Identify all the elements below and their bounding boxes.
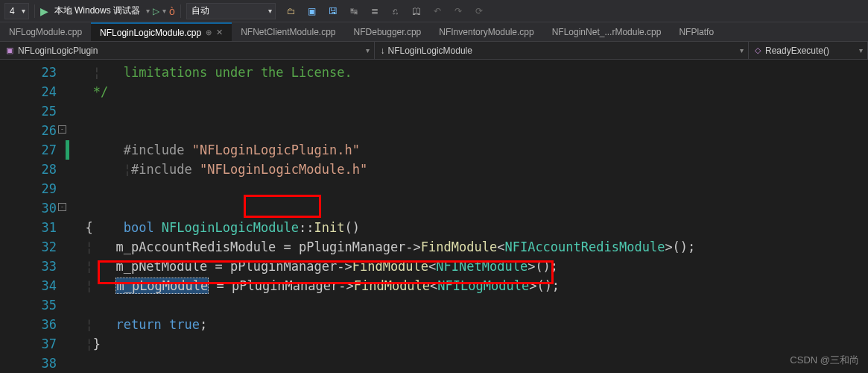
tab-label: NFLogModule.cpp <box>9 27 82 37</box>
tab-bar: NFLogModule.cpp NFLoginLogicModule.cpp ⊕… <box>0 22 868 42</box>
line-number: 38 <box>0 354 70 373</box>
tab-file[interactable]: NFInventoryModule.cpp <box>430 22 542 41</box>
nav-function-dropdown[interactable]: ◇ ReadyExecute() <box>749 42 868 59</box>
bookmark-icon[interactable]: 🕮 <box>408 3 425 19</box>
code-line: { <box>70 218 868 237</box>
code-line: - #include "NFLoginLogicPlugin.h" <box>70 121 868 140</box>
code-line: ¦ m_pNetModule = pPluginManager->FindMod… <box>70 257 868 276</box>
code-line: */ <box>70 82 868 101</box>
toolbar-separator <box>34 4 35 18</box>
fold-minus-icon[interactable]: - <box>58 203 66 211</box>
dropdown-arrow-icon[interactable]: ▾ <box>162 7 166 15</box>
method: FindModule <box>354 278 430 293</box>
brace: } <box>93 336 101 351</box>
method: FindModule <box>421 239 497 254</box>
tab-label: NFPlatfo <box>679 27 714 37</box>
type-name: NFIAccountRedisModule <box>504 239 665 254</box>
line-number: 35 <box>0 295 70 315</box>
nav-function-label: ReadyExecute() <box>765 46 829 56</box>
dropdown-arrow-icon[interactable]: ▾ <box>146 7 150 15</box>
bool-literal: true <box>162 317 200 332</box>
change-bar <box>66 140 69 160</box>
tab-label: NFNetClientModule.cpp <box>241 27 335 37</box>
nav-class-dropdown[interactable]: ↓ NFLoginLogicModule <box>375 42 750 59</box>
cube-icon: ▣ <box>6 46 13 55</box>
selected-variable: m_pLogModule <box>115 278 209 294</box>
nav-back-icon[interactable]: ↶ <box>429 3 446 19</box>
line-number: 25 <box>0 101 70 121</box>
comment-close: */ <box>93 84 108 99</box>
semicolon: ; <box>200 317 207 332</box>
editor-area[interactable]: 23 24 25 26 27 28 29 30 31 32 33 34 35 3… <box>0 60 868 373</box>
line-number: 34 <box>0 276 70 295</box>
toolbar-separator <box>180 4 181 18</box>
tab-file[interactable]: NFDebugger.cpp <box>345 22 431 41</box>
fold-minus-icon[interactable]: - <box>58 125 66 134</box>
tab-file[interactable]: NFLogModule.cpp <box>0 22 91 41</box>
angle-open: < <box>497 239 504 254</box>
line-number: 23 <box>0 63 70 82</box>
config-dropdown-right[interactable]: 自动 <box>186 3 276 19</box>
code-text: m_pNetModule = pPluginManager-> <box>115 259 352 274</box>
tab-label: NFLoginLogicModule.cpp <box>100 28 201 38</box>
tab-file[interactable]: NFNetClientModule.cpp <box>232 22 344 41</box>
function-icon: ◇ <box>755 46 761 55</box>
line-number: 31 <box>0 218 70 237</box>
angle-open: < <box>430 278 437 293</box>
type-name: NFINetModule <box>436 259 528 274</box>
tab-file[interactable]: NFPlatfo <box>670 22 723 41</box>
line-number: 36 <box>0 315 70 334</box>
code-line <box>70 295 868 315</box>
code-line: ¦ return true; <box>70 315 868 334</box>
config-left-label: 4 <box>10 6 15 16</box>
nav-class-label: NFLoginLogicModule <box>388 46 472 56</box>
line-number: 37 <box>0 334 70 354</box>
code-line: ¦ m_pAccountRedisModule = pPluginManager… <box>70 237 868 257</box>
code-line <box>70 179 868 198</box>
code-line <box>70 101 868 121</box>
play-icon[interactable]: ▶ <box>40 5 48 17</box>
tab-file-active[interactable]: NFLoginLogicModule.cpp ⊕ ✕ <box>91 22 232 41</box>
code-line: ¦ limitations under the License. <box>70 63 868 82</box>
debugger-label[interactable]: 本地 Windows 调试器 <box>51 4 143 17</box>
close-icon[interactable]: ✕ <box>216 28 223 37</box>
flame-icon[interactable]: ò <box>169 5 175 17</box>
code-line <box>70 354 868 373</box>
config-right-label: 自动 <box>191 4 209 17</box>
line-gutter: 23 24 25 26 27 28 29 30 31 32 33 34 35 3… <box>0 60 70 373</box>
method: FindModule <box>352 259 428 274</box>
code-line: - bool NFLoginLogicModule::Init() <box>70 198 868 218</box>
config-dropdown-left[interactable]: 4 <box>4 3 29 19</box>
line-number: 28 <box>0 160 70 179</box>
angle-close: >(); <box>665 239 695 254</box>
indent-icon[interactable]: ↹ <box>346 3 362 19</box>
comment-icon[interactable]: ⎌ <box>387 3 404 19</box>
save-icon[interactable]: 🖫 <box>325 3 341 19</box>
line-number: 29 <box>0 179 70 198</box>
folder-icon[interactable]: 🗀 <box>283 3 300 19</box>
watermark: CSDN @三和尚 <box>790 354 859 367</box>
diagram-icon[interactable]: ▣ <box>304 3 320 19</box>
play-outline-icon[interactable]: ▷ <box>153 6 159 16</box>
angle-close: >(); <box>528 259 558 274</box>
tab-label: NFDebugger.cpp <box>354 27 422 37</box>
nav-scope-label: NFLoginLogicPlugin <box>18 46 98 56</box>
line-number: 24 <box>0 82 70 101</box>
brace: { <box>85 220 92 235</box>
pin-icon[interactable]: ⊕ <box>206 28 212 37</box>
line-number: 27 <box>0 140 70 160</box>
keyword: return <box>115 317 161 332</box>
nav-scope-dropdown[interactable]: ▣ NFLoginLogicPlugin <box>0 42 375 59</box>
line-number: 33 <box>0 257 70 276</box>
code-content[interactable]: ¦ limitations under the License. */ - #i… <box>70 60 868 373</box>
nav-fwd-icon[interactable]: ↷ <box>450 3 466 19</box>
tab-label: NFInventoryModule.cpp <box>439 27 533 37</box>
angle-close: >(); <box>529 278 560 293</box>
nav-bar: ▣ NFLoginLogicPlugin ↓ NFLoginLogicModul… <box>0 42 868 60</box>
angle-open: < <box>428 259 436 274</box>
line-number: 32 <box>0 237 70 257</box>
list-icon[interactable]: ≣ <box>367 3 383 19</box>
sync-icon[interactable]: ⟳ <box>471 3 487 19</box>
code-line <box>70 160 868 179</box>
tab-file[interactable]: NFLoginNet_...rModule.cpp <box>543 22 671 41</box>
